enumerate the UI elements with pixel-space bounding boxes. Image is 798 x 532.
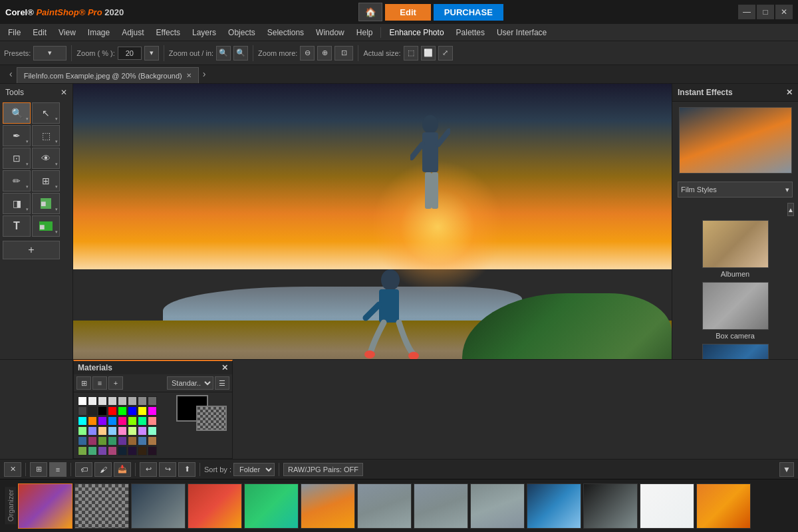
color-swatch[interactable] [98,446,107,456]
zoom-in-button[interactable]: 🔍 [233,46,248,61]
zoom-out-button[interactable]: 🔍 [216,46,231,61]
color-swatch[interactable] [88,396,97,406]
color-swatch[interactable] [108,406,117,416]
effects-scroll-up[interactable]: ▲ [675,203,795,216]
pattern-swatch[interactable] [196,406,227,431]
color-swatch[interactable] [128,436,137,446]
organizer-expand-button[interactable]: ▼ [779,462,794,477]
organizer-paint-button[interactable]: 🖌 [94,462,112,477]
mat-list-button[interactable]: ≡ [92,376,107,390]
menu-effects[interactable]: Effects [151,26,186,39]
add-tool-button[interactable]: + [3,241,60,259]
tools-close-button[interactable]: ✕ [61,88,67,97]
zoom-tool-button[interactable]: 🔍▾ [3,102,31,124]
color-swatch[interactable] [148,436,157,446]
color-swatch[interactable] [88,426,97,436]
color-swatch[interactable] [118,406,127,416]
color-swatch[interactable] [78,406,87,416]
organizer-import-button[interactable]: 📥 [114,462,131,477]
organizer-collapse-button[interactable]: ✕ [4,462,21,477]
thumb-10[interactable] [527,483,581,529]
effects-scroll-up-button[interactable]: ▲ [787,203,794,216]
materials-close-button[interactable]: ✕ [221,363,228,372]
color-swatch[interactable] [128,416,137,426]
color-swatch-button[interactable]: ■▾ [32,215,60,237]
clone-tool-button[interactable]: ⊞▾ [32,170,60,192]
home-button[interactable]: 🏠 [358,3,382,21]
color-swatch[interactable] [78,396,87,406]
effects-close-button[interactable]: ✕ [786,88,793,97]
edit-mode-button[interactable]: Edit [385,4,431,21]
zoom-down-button[interactable]: ▾ [144,46,159,61]
thumb-9[interactable] [470,483,525,529]
organizer-view1-button[interactable]: ⊞ [30,462,47,477]
move-tool-button[interactable]: ↖▾ [32,102,60,124]
color-swatch[interactable] [108,416,117,426]
thumb-12[interactable] [640,483,694,529]
stamp-tool-button[interactable]: ◨▾ [3,193,31,214]
dropper-tool-button[interactable]: ✒▾ [3,125,31,146]
color-swatch[interactable] [98,416,107,426]
effect-albumen[interactable]: Albumen [675,220,795,278]
raw-jpg-pairs-toggle[interactable]: RAW/JPG Pairs: OFF [283,463,363,476]
zoom-fit-button[interactable]: ⊡ [334,46,353,61]
color-swatch[interactable] [128,396,137,406]
color-swatch[interactable] [118,446,127,456]
color-swatch[interactable] [148,406,157,416]
thumb-3[interactable] [131,483,186,529]
zoom-out-more-button[interactable]: ⊖ [300,46,315,61]
color-swatch[interactable] [88,406,97,416]
color-swatch[interactable] [128,406,137,416]
zoom-in-more-button[interactable]: ⊕ [317,46,332,61]
color-swatch[interactable] [138,426,147,436]
actual-size-button[interactable]: ⬚ [404,46,418,61]
mat-grid-button[interactable]: ⊞ [76,376,91,390]
menu-file[interactable]: File [3,26,26,39]
thumb-11[interactable] [583,483,638,529]
canvas-main[interactable] [73,84,672,359]
thumb-13[interactable] [696,483,751,529]
menu-view[interactable]: View [53,26,81,39]
tab-close-button[interactable]: ✕ [186,72,192,79]
effect-cyanotype[interactable]: Cyanotype [675,344,795,359]
presets-dropdown[interactable]: ▾ [33,46,66,61]
color-swatch[interactable] [78,416,87,426]
color-swatch[interactable] [98,396,107,406]
fit-canvas-button[interactable]: ⬜ [421,46,436,61]
color-swatch[interactable] [78,446,87,456]
minimize-button[interactable]: — [738,5,755,19]
fullscreen-button[interactable]: ⤢ [438,46,453,61]
materials-style-select[interactable]: Standar... [167,376,213,390]
color-swatch[interactable] [128,446,137,456]
brush-tool-button[interactable]: ✏▾ [3,170,31,192]
organizer-undo-button[interactable]: ↩ [140,462,157,477]
color-swatch[interactable] [118,396,127,406]
mat-add-button[interactable]: + [108,376,123,390]
menu-palettes[interactable]: Palettes [451,26,490,39]
thumb-7[interactable] [357,483,412,529]
mat-options-button[interactable]: ☰ [215,376,229,390]
color-swatch[interactable] [88,416,97,426]
organizer-view2-button[interactable]: ≡ [49,462,66,477]
menu-enhance-photo[interactable]: Enhance Photo [384,26,449,39]
color-swatch[interactable] [78,426,87,436]
color-swatch[interactable] [118,416,127,426]
tab-prev-button[interactable]: ‹ [5,65,17,83]
selection-tool-button[interactable]: ⬚▾ [32,125,60,146]
thumb-1[interactable] [18,483,72,529]
color-swatch[interactable] [138,406,147,416]
color-swatch[interactable] [108,436,117,446]
menu-edit[interactable]: Edit [27,26,52,39]
color-swatch[interactable] [148,426,157,436]
thumb-4[interactable] [188,483,242,529]
crop-tool-button[interactable]: ⊡▾ [3,148,31,169]
color-swatch[interactable] [78,436,87,446]
color-swatch[interactable] [88,436,97,446]
color-swatch[interactable] [128,426,137,436]
effects-category-dropdown[interactable]: Film Styles ▾ [678,182,793,198]
sort-by-select[interactable]: Folder [233,463,275,476]
color-swatch[interactable] [138,396,147,406]
color-swatch[interactable] [98,406,107,416]
purchase-button[interactable]: PURCHASE [434,4,503,21]
eye-tool-button[interactable]: 👁▾ [32,148,60,169]
